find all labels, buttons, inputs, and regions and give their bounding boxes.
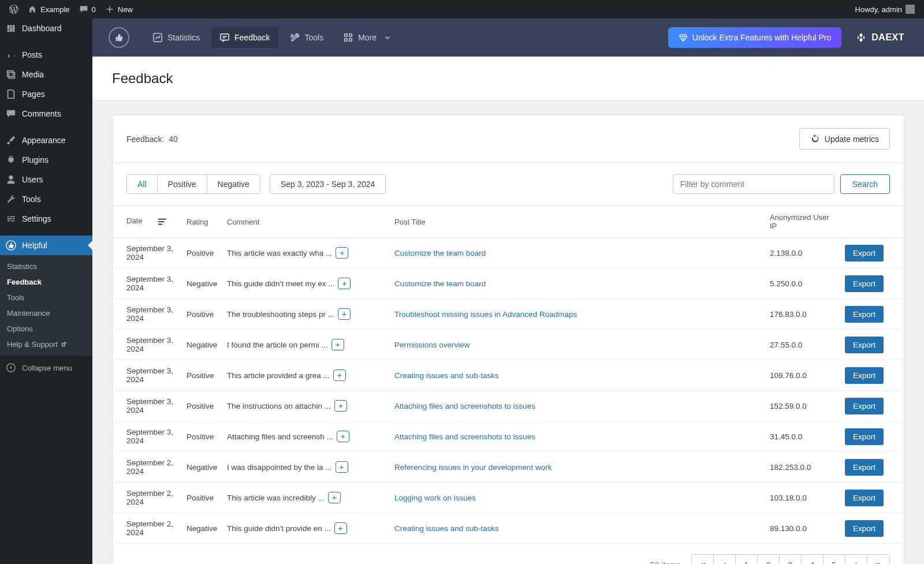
export-row-button[interactable]: Export [845,367,884,384]
menu-dashboard-label: Dashboard [22,24,62,33]
new-content-link[interactable]: New [100,0,137,18]
nav-feedback[interactable]: Feedback [211,27,278,48]
submenu-feedback[interactable]: Feedback [0,274,92,290]
menu-pages[interactable]: Pages [0,84,92,104]
post-title-link[interactable]: Logging work on issues [394,494,476,502]
page-prev-button[interactable] [714,555,736,564]
th-date[interactable]: Date [113,206,182,238]
comments-link[interactable]: 0 [74,0,100,18]
expand-comment-button[interactable]: + [336,461,348,473]
page-4-button[interactable]: 4 [802,555,824,564]
filter-by-comment-input[interactable] [673,174,834,194]
expand-comment-button[interactable]: + [333,369,346,381]
th-anon-ip[interactable]: Anonymized User IP [765,206,840,238]
submenu-maintenance[interactable]: Maintenance [0,305,92,321]
expand-comment-button[interactable]: + [334,522,347,534]
menu-pages-label: Pages [22,89,45,99]
cell-date: September 3, 2024 [113,299,182,330]
post-title-link[interactable]: Permissions overview [394,341,470,349]
search-button[interactable]: Search [840,174,890,194]
site-name-link[interactable]: Example [23,0,74,18]
th-comment[interactable]: Comment [222,206,390,238]
export-row-button[interactable]: Export [845,245,884,262]
nav-statistics[interactable]: Statistics [144,27,208,48]
expand-comment-button[interactable]: + [338,308,351,320]
nav-more[interactable]: More [335,27,400,48]
plugin-logo [109,27,129,48]
menu-appearance[interactable]: Appearance [0,130,92,150]
unlock-pro-button[interactable]: Unlock Extra Features with Helpful Pro [668,27,841,48]
nav-feedback-label: Feedback [234,33,270,42]
submenu-statistics[interactable]: Statistics [0,259,92,274]
expand-comment-button[interactable]: + [338,278,351,289]
export-row-button[interactable]: Export [845,428,884,445]
export-row-button[interactable]: Export [845,520,884,537]
export-row-button[interactable]: Export [845,490,884,506]
export-row-button[interactable]: Export [845,459,884,476]
menu-plugins[interactable]: Plugins [0,150,92,170]
post-title-link[interactable]: Customize the team board [394,249,486,257]
export-row-button[interactable]: Export [845,398,884,414]
export-row-button[interactable]: Export [845,275,884,292]
page-first-button[interactable] [692,555,714,564]
brand-daext[interactable]: DAEXT [855,32,904,43]
table-row: September 3, 2024 Positive This article … [113,360,904,391]
export-row-button[interactable]: Export [845,306,884,323]
filter-positive-button[interactable]: Positive [158,175,207,193]
submenu-help-support[interactable]: Help & Support [0,337,92,352]
filter-negative-button[interactable]: Negative [207,175,260,193]
page-next-button[interactable] [845,555,867,564]
post-title-link[interactable]: Customize the team board [394,279,486,288]
menu-comments[interactable]: Comments [0,104,92,124]
cell-date: September 3, 2024 [113,268,182,299]
plug-icon [6,155,16,165]
expand-comment-button[interactable]: + [336,247,348,259]
cell-ip: 89.130.0.0 [765,513,840,544]
export-row-button[interactable]: Export [845,337,884,353]
nav-tools[interactable]: Tools [282,27,332,48]
wp-logo[interactable] [5,0,23,18]
unlock-pro-label: Unlock Extra Features with Helpful Pro [692,33,831,42]
post-title-link[interactable]: Troubleshoot missing issues in Advanced … [394,310,577,319]
menu-settings[interactable]: Settings [0,209,92,229]
submenu-options[interactable]: Options [0,321,92,337]
post-title-link[interactable]: Creating issues and sub-tasks [394,371,499,380]
message-icon [219,32,230,43]
date-range-button[interactable]: Sep 3, 2023 - Sep 3, 2024 [270,174,386,194]
diamond-icon [679,33,688,42]
menu-dashboard[interactable]: Dashboard [0,18,92,38]
submenu-tools[interactable]: Tools [0,290,92,305]
th-post-title[interactable]: Post Title [390,206,765,238]
menu-media-label: Media [22,70,44,79]
menu-media[interactable]: Media [0,65,92,84]
page-3-button[interactable]: 3 [780,555,802,564]
nav-statistics-label: Statistics [167,33,200,42]
cell-rating: Positive [182,299,222,330]
feedback-card: Feedback: 40 Update metrics All Positive… [112,115,904,564]
expand-comment-button[interactable]: + [334,400,347,412]
expand-comment-button[interactable]: + [337,431,349,442]
menu-posts-label: Posts [22,50,42,59]
post-title-link[interactable]: Referencing issues in your development w… [394,463,552,472]
page-5-button[interactable]: 5 [824,555,845,564]
post-title-link[interactable]: Attaching files and screenshots to issue… [394,402,535,410]
update-metrics-button[interactable]: Update metrics [799,128,890,150]
page-last-button[interactable] [867,555,889,564]
post-title-link[interactable]: Creating issues and sub-tasks [394,524,499,533]
menu-helpful[interactable]: Helpful [0,236,92,255]
page-1-button[interactable]: 1 [736,555,758,564]
menu-users[interactable]: Users [0,170,92,189]
my-account-link[interactable]: Howdy, admin [851,0,919,18]
page-icon [6,89,16,99]
page-2-button[interactable]: 2 [758,555,780,564]
expand-comment-button[interactable]: + [328,492,341,503]
menu-posts[interactable]: Posts [0,45,92,65]
post-title-link[interactable]: Attaching files and screenshots to issue… [394,432,535,441]
table-row: September 3, 2024 Positive This article … [113,238,904,268]
menu-tools[interactable]: Tools [0,189,92,209]
th-rating[interactable]: Rating [182,206,222,238]
collapse-menu[interactable]: Collapse menu [0,358,92,378]
cell-ip: 182.253.0.0 [765,452,840,483]
filter-all-button[interactable]: All [127,175,158,193]
expand-comment-button[interactable]: + [331,339,344,350]
